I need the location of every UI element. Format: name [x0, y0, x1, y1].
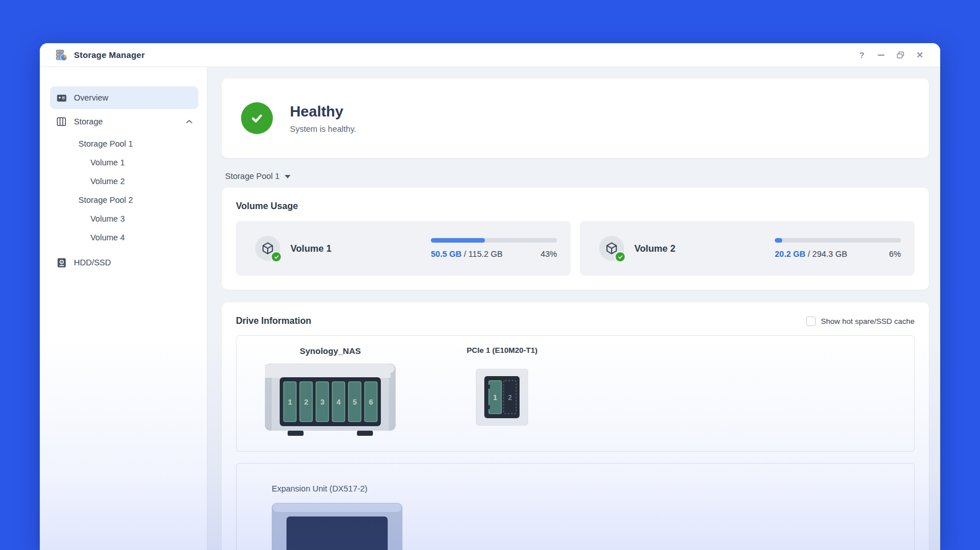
volume-name: Volume 2 [634, 243, 675, 254]
restore-icon [896, 51, 904, 59]
expansion-unit-box: Expansion Unit (DX517-2) [236, 463, 915, 550]
hdd-ssd-icon [56, 257, 67, 268]
drive-bay-number: 4 [337, 398, 341, 406]
storage-icon [56, 116, 67, 127]
volume-1-usage-card: Volume 1 50.5 GB / 115.2 GB 43% [236, 221, 571, 276]
sidebar-item-label: Overview [74, 93, 108, 102]
show-hot-spare-checkbox[interactable] [806, 316, 816, 326]
expansion-unit-name: Expansion Unit (DX517-2) [272, 484, 897, 493]
nas-device-name: Synology_NAS [300, 346, 361, 356]
storage-pool-selector-label: Storage Pool 1 [225, 172, 280, 181]
volume-percent: 6% [889, 249, 901, 259]
drive-bay-number: 5 [352, 398, 356, 406]
volume-total-value: 294.3 GB [812, 249, 847, 259]
storage-manager-window: Storage Manager ? ✕ [40, 43, 940, 550]
chevron-down-icon [285, 175, 290, 178]
volume-2-usage-card: Volume 2 20.2 GB / 294.3 GB 6% [580, 221, 915, 276]
expansion-chassis-graphic[interactable] [272, 503, 402, 550]
drive-bay-number: 3 [320, 398, 324, 406]
titlebar: Storage Manager ? ✕ [40, 43, 940, 67]
storage-pool-selector[interactable]: Storage Pool 1 [225, 172, 290, 181]
chevron-up-icon[interactable] [186, 119, 193, 124]
minimize-button[interactable] [873, 48, 889, 63]
main-unit-box: Synology_NAS [236, 335, 915, 452]
help-icon: ? [859, 50, 864, 60]
ssd-slot-number: 1 [493, 394, 497, 402]
synology-nas-device[interactable]: Synology_NAS [265, 346, 396, 436]
sidebar-item-volume-4[interactable]: Volume 4 [40, 228, 207, 247]
health-subtitle: System is healthy. [290, 124, 356, 134]
volume-healthy-badge-icon [271, 251, 282, 262]
window-title: Storage Manager [74, 50, 145, 60]
sidebar-item-label: HDD/SSD [74, 258, 111, 267]
separator: / [805, 249, 812, 259]
sidebar-item-volume-1[interactable]: Volume 1 [40, 153, 207, 172]
main-content: Healthy System is healthy. Storage Pool … [207, 67, 940, 550]
sidebar: Overview Storage Storage Pool 1 Volume 1… [40, 67, 207, 550]
minimize-icon [878, 55, 885, 56]
pcie-card-device[interactable]: PCIe 1 (E10M20-T1) 1 2 [467, 346, 538, 426]
close-icon: ✕ [916, 50, 924, 60]
sidebar-item-storage-pool-2[interactable]: Storage Pool 2 [40, 190, 207, 209]
separator: / [462, 249, 468, 259]
drive-bay-number: 6 [369, 398, 373, 406]
restore-button[interactable] [892, 48, 908, 63]
volume-healthy-badge-icon [614, 251, 626, 262]
volume-used-value: 50.5 GB [431, 249, 462, 259]
health-status-card: Healthy System is healthy. [222, 78, 929, 158]
pcie-device-name: PCIe 1 (E10M20-T1) [467, 346, 538, 355]
volume-used-value: 20.2 GB [775, 249, 805, 259]
volume-total-value: 115.2 GB [468, 249, 503, 259]
drive-bay-number: 1 [288, 398, 292, 406]
volume-usage-bar [431, 238, 557, 243]
volume-usage-panel: Volume Usage [222, 188, 929, 290]
show-hot-spare-toggle[interactable]: Show hot spare/SSD cache [806, 316, 915, 326]
drive-information-title: Drive Information [236, 316, 311, 326]
sidebar-item-volume-2[interactable]: Volume 2 [40, 172, 207, 190]
help-button[interactable]: ? [854, 48, 870, 63]
storage-manager-app-icon [54, 48, 69, 63]
sidebar-item-storage[interactable]: Storage [50, 110, 198, 133]
nas-chassis-graphic: 1 2 3 4 5 6 [265, 364, 396, 436]
volume-percent: 43% [541, 249, 557, 259]
sidebar-item-hdd-ssd[interactable]: HDD/SSD [50, 251, 198, 274]
sidebar-item-overview[interactable]: Overview [50, 86, 198, 109]
close-button[interactable]: ✕ [912, 48, 928, 63]
volume-usage-bar [775, 238, 901, 243]
volume-usage-title: Volume Usage [236, 201, 915, 211]
sidebar-item-volume-3[interactable]: Volume 3 [40, 209, 207, 228]
pcie-card-graphic: 1 2 [476, 369, 528, 426]
sidebar-item-storage-pool-1[interactable]: Storage Pool 1 [40, 134, 207, 153]
show-hot-spare-label: Show hot spare/SSD cache [821, 317, 915, 326]
drive-information-panel: Drive Information Show hot spare/SSD cac… [222, 302, 929, 550]
sidebar-item-label: Storage [74, 117, 103, 126]
overview-icon [56, 92, 67, 103]
healthy-check-icon [241, 102, 273, 134]
health-title: Healthy [290, 103, 356, 120]
drive-bay-number: 2 [304, 398, 308, 406]
volume-name: Volume 1 [290, 243, 331, 254]
ssd-slot-number: 2 [508, 394, 512, 402]
